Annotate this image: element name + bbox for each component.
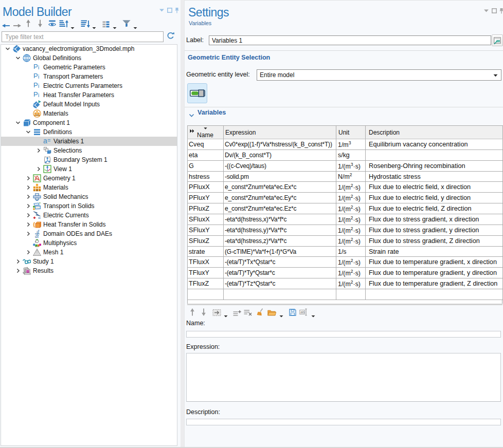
svg-text:ab: ab [300, 310, 304, 314]
svg-text:dt: dt [35, 234, 39, 238]
